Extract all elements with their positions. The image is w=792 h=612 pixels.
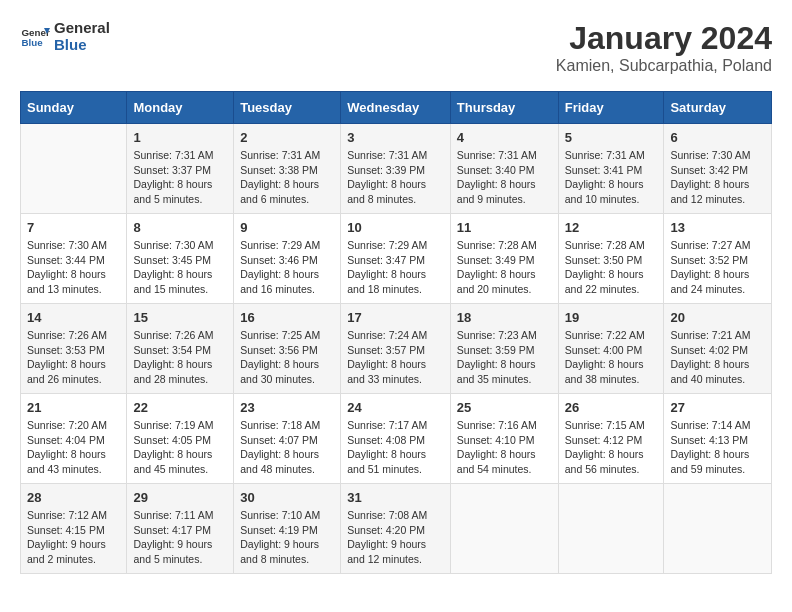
logo-general: General (54, 20, 110, 37)
day-number: 14 (27, 310, 120, 325)
day-info: Sunrise: 7:29 AM Sunset: 3:47 PM Dayligh… (347, 238, 444, 297)
day-cell-25: 25Sunrise: 7:16 AM Sunset: 4:10 PM Dayli… (450, 394, 558, 484)
day-cell-3: 3Sunrise: 7:31 AM Sunset: 3:39 PM Daylig… (341, 124, 451, 214)
day-number: 9 (240, 220, 334, 235)
day-cell-5: 5Sunrise: 7:31 AM Sunset: 3:41 PM Daylig… (558, 124, 664, 214)
day-info: Sunrise: 7:18 AM Sunset: 4:07 PM Dayligh… (240, 418, 334, 477)
day-cell-28: 28Sunrise: 7:12 AM Sunset: 4:15 PM Dayli… (21, 484, 127, 574)
empty-cell (450, 484, 558, 574)
day-number: 6 (670, 130, 765, 145)
day-info: Sunrise: 7:28 AM Sunset: 3:49 PM Dayligh… (457, 238, 552, 297)
day-cell-1: 1Sunrise: 7:31 AM Sunset: 3:37 PM Daylig… (127, 124, 234, 214)
day-info: Sunrise: 7:30 AM Sunset: 3:44 PM Dayligh… (27, 238, 120, 297)
day-cell-10: 10Sunrise: 7:29 AM Sunset: 3:47 PM Dayli… (341, 214, 451, 304)
day-info: Sunrise: 7:26 AM Sunset: 3:53 PM Dayligh… (27, 328, 120, 387)
weekday-header-row: SundayMondayTuesdayWednesdayThursdayFrid… (21, 92, 772, 124)
day-number: 24 (347, 400, 444, 415)
day-number: 13 (670, 220, 765, 235)
weekday-header-sunday: Sunday (21, 92, 127, 124)
week-row-3: 14Sunrise: 7:26 AM Sunset: 3:53 PM Dayli… (21, 304, 772, 394)
day-number: 25 (457, 400, 552, 415)
day-cell-2: 2Sunrise: 7:31 AM Sunset: 3:38 PM Daylig… (234, 124, 341, 214)
day-info: Sunrise: 7:08 AM Sunset: 4:20 PM Dayligh… (347, 508, 444, 567)
day-number: 4 (457, 130, 552, 145)
day-number: 16 (240, 310, 334, 325)
weekday-header-saturday: Saturday (664, 92, 772, 124)
day-info: Sunrise: 7:17 AM Sunset: 4:08 PM Dayligh… (347, 418, 444, 477)
day-cell-11: 11Sunrise: 7:28 AM Sunset: 3:49 PM Dayli… (450, 214, 558, 304)
logo-blue: Blue (54, 37, 110, 54)
empty-cell (664, 484, 772, 574)
day-info: Sunrise: 7:23 AM Sunset: 3:59 PM Dayligh… (457, 328, 552, 387)
day-number: 22 (133, 400, 227, 415)
svg-text:Blue: Blue (22, 37, 44, 48)
day-number: 19 (565, 310, 658, 325)
day-number: 10 (347, 220, 444, 235)
day-cell-4: 4Sunrise: 7:31 AM Sunset: 3:40 PM Daylig… (450, 124, 558, 214)
day-cell-26: 26Sunrise: 7:15 AM Sunset: 4:12 PM Dayli… (558, 394, 664, 484)
day-info: Sunrise: 7:31 AM Sunset: 3:40 PM Dayligh… (457, 148, 552, 207)
day-cell-21: 21Sunrise: 7:20 AM Sunset: 4:04 PM Dayli… (21, 394, 127, 484)
day-number: 27 (670, 400, 765, 415)
day-cell-22: 22Sunrise: 7:19 AM Sunset: 4:05 PM Dayli… (127, 394, 234, 484)
weekday-header-tuesday: Tuesday (234, 92, 341, 124)
day-info: Sunrise: 7:29 AM Sunset: 3:46 PM Dayligh… (240, 238, 334, 297)
day-info: Sunrise: 7:22 AM Sunset: 4:00 PM Dayligh… (565, 328, 658, 387)
logo-icon: General Blue (20, 22, 50, 52)
day-number: 31 (347, 490, 444, 505)
month-title: January 2024 (556, 20, 772, 57)
day-cell-8: 8Sunrise: 7:30 AM Sunset: 3:45 PM Daylig… (127, 214, 234, 304)
day-number: 20 (670, 310, 765, 325)
day-cell-6: 6Sunrise: 7:30 AM Sunset: 3:42 PM Daylig… (664, 124, 772, 214)
day-info: Sunrise: 7:27 AM Sunset: 3:52 PM Dayligh… (670, 238, 765, 297)
day-info: Sunrise: 7:31 AM Sunset: 3:37 PM Dayligh… (133, 148, 227, 207)
empty-cell (558, 484, 664, 574)
day-info: Sunrise: 7:30 AM Sunset: 3:42 PM Dayligh… (670, 148, 765, 207)
day-number: 15 (133, 310, 227, 325)
day-info: Sunrise: 7:31 AM Sunset: 3:39 PM Dayligh… (347, 148, 444, 207)
day-cell-13: 13Sunrise: 7:27 AM Sunset: 3:52 PM Dayli… (664, 214, 772, 304)
day-info: Sunrise: 7:24 AM Sunset: 3:57 PM Dayligh… (347, 328, 444, 387)
day-cell-14: 14Sunrise: 7:26 AM Sunset: 3:53 PM Dayli… (21, 304, 127, 394)
header: General Blue General Blue January 2024 K… (20, 20, 772, 75)
weekday-header-friday: Friday (558, 92, 664, 124)
day-number: 29 (133, 490, 227, 505)
day-number: 17 (347, 310, 444, 325)
day-number: 1 (133, 130, 227, 145)
weekday-header-thursday: Thursday (450, 92, 558, 124)
day-info: Sunrise: 7:15 AM Sunset: 4:12 PM Dayligh… (565, 418, 658, 477)
day-number: 12 (565, 220, 658, 235)
week-row-5: 28Sunrise: 7:12 AM Sunset: 4:15 PM Dayli… (21, 484, 772, 574)
day-info: Sunrise: 7:31 AM Sunset: 3:38 PM Dayligh… (240, 148, 334, 207)
day-cell-15: 15Sunrise: 7:26 AM Sunset: 3:54 PM Dayli… (127, 304, 234, 394)
day-number: 3 (347, 130, 444, 145)
day-number: 5 (565, 130, 658, 145)
location-title: Kamien, Subcarpathia, Poland (556, 57, 772, 75)
day-cell-9: 9Sunrise: 7:29 AM Sunset: 3:46 PM Daylig… (234, 214, 341, 304)
calendar-table: SundayMondayTuesdayWednesdayThursdayFrid… (20, 91, 772, 574)
day-cell-20: 20Sunrise: 7:21 AM Sunset: 4:02 PM Dayli… (664, 304, 772, 394)
week-row-1: 1Sunrise: 7:31 AM Sunset: 3:37 PM Daylig… (21, 124, 772, 214)
day-info: Sunrise: 7:31 AM Sunset: 3:41 PM Dayligh… (565, 148, 658, 207)
day-info: Sunrise: 7:25 AM Sunset: 3:56 PM Dayligh… (240, 328, 334, 387)
day-info: Sunrise: 7:26 AM Sunset: 3:54 PM Dayligh… (133, 328, 227, 387)
day-cell-29: 29Sunrise: 7:11 AM Sunset: 4:17 PM Dayli… (127, 484, 234, 574)
weekday-header-monday: Monday (127, 92, 234, 124)
day-number: 26 (565, 400, 658, 415)
day-info: Sunrise: 7:11 AM Sunset: 4:17 PM Dayligh… (133, 508, 227, 567)
day-cell-30: 30Sunrise: 7:10 AM Sunset: 4:19 PM Dayli… (234, 484, 341, 574)
day-info: Sunrise: 7:14 AM Sunset: 4:13 PM Dayligh… (670, 418, 765, 477)
day-number: 8 (133, 220, 227, 235)
day-info: Sunrise: 7:21 AM Sunset: 4:02 PM Dayligh… (670, 328, 765, 387)
day-cell-18: 18Sunrise: 7:23 AM Sunset: 3:59 PM Dayli… (450, 304, 558, 394)
day-info: Sunrise: 7:30 AM Sunset: 3:45 PM Dayligh… (133, 238, 227, 297)
day-cell-27: 27Sunrise: 7:14 AM Sunset: 4:13 PM Dayli… (664, 394, 772, 484)
day-info: Sunrise: 7:12 AM Sunset: 4:15 PM Dayligh… (27, 508, 120, 567)
week-row-4: 21Sunrise: 7:20 AM Sunset: 4:04 PM Dayli… (21, 394, 772, 484)
day-cell-19: 19Sunrise: 7:22 AM Sunset: 4:00 PM Dayli… (558, 304, 664, 394)
day-number: 23 (240, 400, 334, 415)
day-cell-7: 7Sunrise: 7:30 AM Sunset: 3:44 PM Daylig… (21, 214, 127, 304)
day-number: 7 (27, 220, 120, 235)
empty-cell (21, 124, 127, 214)
day-number: 2 (240, 130, 334, 145)
